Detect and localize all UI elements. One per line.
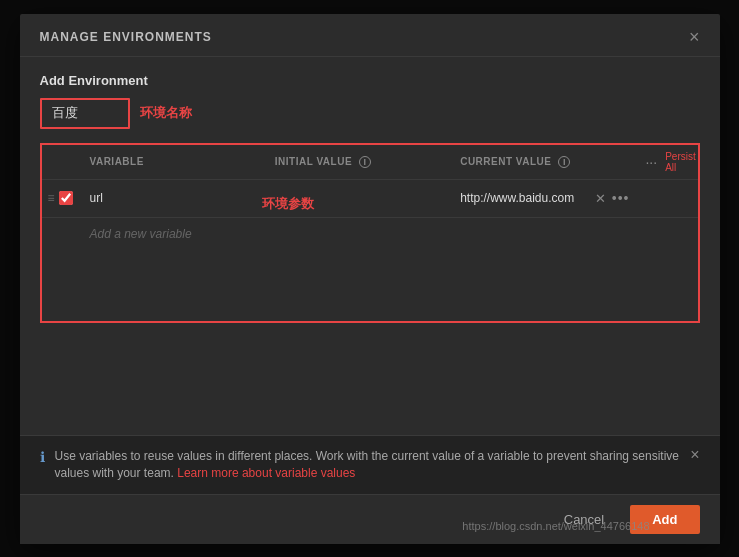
drag-handle-icon[interactable]: ≡ xyxy=(48,191,55,205)
col-initial-value: INITIAL VALUE i xyxy=(267,151,452,173)
env-name-annotation: 环境名称 xyxy=(140,104,192,122)
modal-title: MANAGE ENVIRONMENTS xyxy=(40,30,212,44)
col-current-value: CURRENT VALUE i xyxy=(452,151,637,173)
table-header-actions: ··· Persist All | Reset All xyxy=(637,151,697,173)
table-row: ≡ url http://www.baidu.com ✕ ••• xyxy=(42,180,698,218)
current-value-cell: http://www.baidu.com ✕ ••• xyxy=(452,190,637,206)
add-variable-label[interactable]: Add a new variable xyxy=(82,227,267,241)
add-variable-row: Add a new variable xyxy=(42,218,698,250)
row-controls: ≡ xyxy=(42,191,82,205)
manage-environments-modal: MANAGE ENVIRONMENTS × Add Environment 环境… xyxy=(20,14,720,544)
info-text: Use variables to reuse values in differe… xyxy=(55,448,681,482)
modal-header: MANAGE ENVIRONMENTS × xyxy=(20,14,720,57)
modal-body: Add Environment 环境名称 环境参数 VARIABLE INITI… xyxy=(20,57,720,435)
env-name-input[interactable] xyxy=(40,98,130,129)
info-icon: ℹ xyxy=(40,449,45,465)
table-header: VARIABLE INITIAL VALUE i CURRENT VALUE i… xyxy=(42,145,698,180)
modal-close-button[interactable]: × xyxy=(689,28,700,46)
section-title: Add Environment xyxy=(40,73,700,88)
current-value-info-icon: i xyxy=(558,156,570,168)
table-dots-icon[interactable]: ··· xyxy=(645,154,657,170)
clear-value-icon[interactable]: ✕ xyxy=(595,191,606,206)
modal-overlay: MANAGE ENVIRONMENTS × Add Environment 环境… xyxy=(0,0,739,557)
variable-cell: url xyxy=(82,191,267,205)
col-variable: VARIABLE xyxy=(82,151,267,173)
row-more-icon[interactable]: ••• xyxy=(612,190,630,206)
info-learn-more-link[interactable]: Learn more about variable values xyxy=(177,466,355,480)
modal-footer: https://blog.csdn.net/weixin_44766148 Ca… xyxy=(20,494,720,544)
info-banner-close-button[interactable]: × xyxy=(690,446,699,464)
variables-table: 环境参数 VARIABLE INITIAL VALUE i CURRENT VA… xyxy=(40,143,700,323)
row-action-icons: ✕ ••• xyxy=(595,190,630,206)
initial-value-info-icon: i xyxy=(359,156,371,168)
info-banner: ℹ Use variables to reuse values in diffe… xyxy=(20,435,720,494)
col-controls xyxy=(42,151,82,173)
row-checkbox[interactable] xyxy=(59,191,73,205)
persist-all-button[interactable]: Persist All xyxy=(665,151,696,173)
watermark: https://blog.csdn.net/weixin_44766148 xyxy=(462,520,649,532)
env-name-row: 环境名称 xyxy=(40,98,700,129)
env-params-annotation: 环境参数 xyxy=(262,195,314,213)
